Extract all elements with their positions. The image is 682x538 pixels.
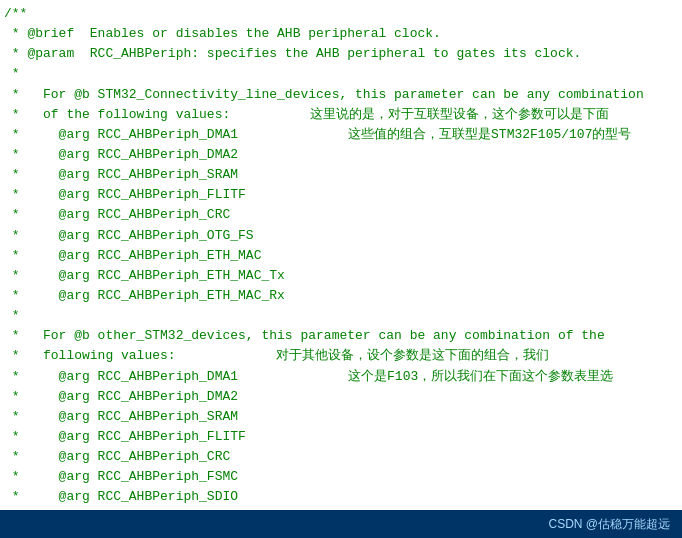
code-line-6: * of the following values: 这里说的是，对于互联型设备… — [0, 105, 682, 125]
code-line-2: * @brief Enables or disables the AHB per… — [0, 24, 682, 44]
comment-text: * @arg RCC_AHBPeriph_DMA1 — [4, 367, 238, 387]
comment-text: * @arg RCC_AHBPeriph_ETH_MAC — [4, 246, 261, 266]
comment-text: * — [4, 508, 20, 510]
code-line-1: /** — [0, 4, 682, 24]
code-line-15: * @arg RCC_AHBPeriph_ETH_MAC_Rx — [0, 286, 682, 306]
code-line-8: * @arg RCC_AHBPeriph_DMA2 — [0, 145, 682, 165]
code-line-7: * @arg RCC_AHBPeriph_DMA1 这些值的组合，互联型是STM… — [0, 125, 682, 145]
code-line-13: * @arg RCC_AHBPeriph_ETH_MAC — [0, 246, 682, 266]
comment-text: * For @b other_STM32_devices, this param… — [4, 326, 605, 346]
comment-text: * @arg RCC_AHBPeriph_DMA1 — [4, 125, 238, 145]
comment-text: * For @b STM32_Connectivity_line_devices… — [4, 85, 644, 105]
comment-text: * @arg RCC_AHBPeriph_ETH_MAC_Tx — [4, 266, 285, 286]
code-line-22: * @arg RCC_AHBPeriph_FLITF — [0, 427, 682, 447]
code-line-19: * @arg RCC_AHBPeriph_DMA1 这个是F103，所以我们在下… — [0, 367, 682, 387]
code-line-18: * following values: 对于其他设备，设个参数是这下面的组合，我… — [0, 346, 682, 366]
code-line-4: * — [0, 64, 682, 84]
comment-text: * @arg RCC_AHBPeriph_ETH_MAC_Rx — [4, 286, 285, 306]
comment-text: * @arg RCC_AHBPeriph_FLITF — [4, 185, 246, 205]
comment-text: * @arg RCC_AHBPeriph_SRAM — [4, 165, 238, 185]
comment-text: * — [4, 64, 20, 84]
code-editor: /** * @brief Enables or disables the AHB… — [0, 0, 682, 510]
code-line-14: * @arg RCC_AHBPeriph_ETH_MAC_Tx — [0, 266, 682, 286]
code-line-16: * — [0, 306, 682, 326]
comment-text: * following values: — [4, 346, 176, 366]
annotation-2: 这些值的组合，互联型是STM32F105/107的型号 — [348, 125, 631, 145]
code-line-5: * For @b STM32_Connectivity_line_devices… — [0, 85, 682, 105]
code-line-10: * @arg RCC_AHBPeriph_FLITF — [0, 185, 682, 205]
footer-bar: CSDN @估稳万能超远 — [0, 510, 682, 538]
code-line-12: * @arg RCC_AHBPeriph_OTG_FS — [0, 226, 682, 246]
code-line-20: * @arg RCC_AHBPeriph_DMA2 — [0, 387, 682, 407]
comment-text: * @arg RCC_AHBPeriph_FSMC — [4, 467, 238, 487]
code-line-25: * @arg RCC_AHBPeriph_SDIO — [0, 487, 682, 507]
comment-text: * of the following values: — [4, 105, 230, 125]
comment-text: * @param RCC_AHBPeriph: specifies the AH… — [4, 44, 581, 64]
comment-text: * @arg RCC_AHBPeriph_CRC — [4, 447, 230, 467]
code-line-23: * @arg RCC_AHBPeriph_CRC — [0, 447, 682, 467]
code-line-17: * For @b other_STM32_devices, this param… — [0, 326, 682, 346]
comment-text: * @brief Enables or disables the AHB per… — [4, 24, 441, 44]
comment-text: * — [4, 306, 20, 326]
annotation-1: 这里说的是，对于互联型设备，这个参数可以是下面 — [310, 105, 609, 125]
code-line-3: * @param RCC_AHBPeriph: specifies the AH… — [0, 44, 682, 64]
comment-text: * @arg RCC_AHBPeriph_OTG_FS — [4, 226, 254, 246]
comment-text: /** — [4, 4, 27, 24]
comment-text: * @arg RCC_AHBPeriph_FLITF — [4, 427, 246, 447]
comment-text: * @arg RCC_AHBPeriph_DMA2 — [4, 387, 238, 407]
comment-text: * @arg RCC_AHBPeriph_SRAM — [4, 407, 238, 427]
annotation-4: 这个是F103，所以我们在下面这个参数表里选 — [348, 367, 613, 387]
footer-text: CSDN @估稳万能超远 — [548, 516, 670, 533]
code-line-11: * @arg RCC_AHBPeriph_CRC — [0, 205, 682, 225]
comment-text: * @arg RCC_AHBPeriph_SDIO — [4, 487, 238, 507]
code-line-9: * @arg RCC_AHBPeriph_SRAM — [0, 165, 682, 185]
annotation-3: 对于其他设备，设个参数是这下面的组合，我们 — [276, 346, 549, 366]
code-line-24: * @arg RCC_AHBPeriph_FSMC — [0, 467, 682, 487]
code-line-21: * @arg RCC_AHBPeriph_SRAM — [0, 407, 682, 427]
comment-text: * @arg RCC_AHBPeriph_CRC — [4, 205, 230, 225]
comment-text: * @arg RCC_AHBPeriph_DMA2 — [4, 145, 238, 165]
